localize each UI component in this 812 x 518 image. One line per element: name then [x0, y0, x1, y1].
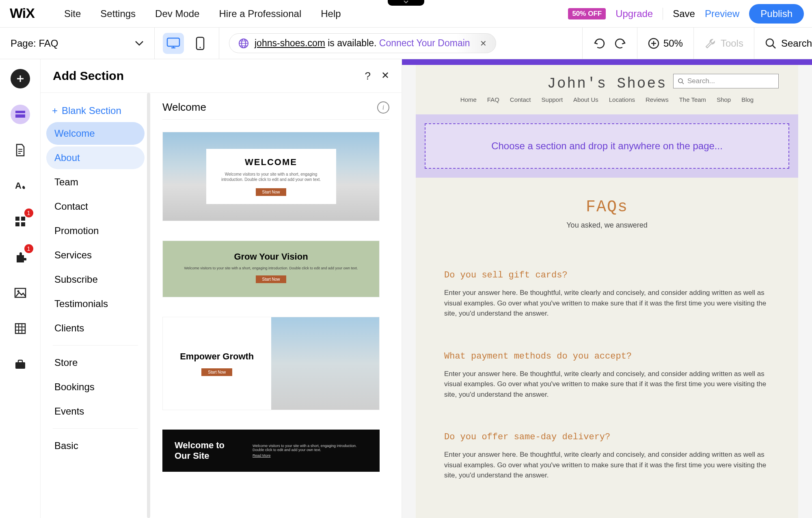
category-contact[interactable]: Contact	[46, 195, 145, 218]
templates-list[interactable]: Welcome i WELCOME Welcome visitors to yo…	[150, 93, 402, 518]
business-button[interactable]	[11, 355, 30, 374]
svg-rect-18	[15, 362, 25, 369]
badge-count: 1	[24, 208, 33, 217]
separator	[53, 428, 138, 429]
nav-item[interactable]: Locations	[609, 96, 635, 103]
category-bookings[interactable]: Bookings	[46, 376, 145, 398]
search-placeholder: Search...	[687, 77, 715, 85]
template-button: Start Now	[256, 275, 287, 283]
add-section-panel: Add Section ? ✕ + Blank Section Welcome …	[41, 59, 402, 518]
badge-count: 1	[24, 244, 33, 253]
save-button[interactable]: Save	[673, 8, 695, 19]
nav-item[interactable]: FAQ	[487, 96, 499, 103]
menu-site[interactable]: Site	[64, 8, 81, 19]
template-card-3[interactable]: Empower Growth Start Now	[162, 317, 380, 410]
nav-item[interactable]: Reviews	[646, 96, 669, 103]
help-icon[interactable]: ?	[365, 70, 371, 82]
template-title: Welcome to Our Site	[175, 440, 232, 462]
category-team[interactable]: Team	[46, 171, 145, 193]
canvas-selection-bar	[402, 59, 812, 65]
template-card-2[interactable]: Grow Your Vision Welcome visitors to you…	[162, 241, 380, 297]
nav-item[interactable]: Shop	[717, 96, 731, 103]
info-icon[interactable]: i	[377, 101, 389, 114]
tools-button[interactable]: Tools	[694, 38, 754, 49]
category-basic[interactable]: Basic	[46, 434, 145, 457]
design-button[interactable]: A	[11, 176, 30, 196]
close-icon[interactable]: ✕	[480, 39, 487, 48]
panel-header: Add Section ? ✕	[41, 59, 402, 93]
wix-logo[interactable]: WiX	[10, 7, 45, 21]
main-area: A 1 1 Add Section ? ✕	[0, 59, 812, 518]
category-store[interactable]: Store	[46, 351, 145, 374]
domain-pill[interactable]: johns-shoes.com is available. Connect Yo…	[229, 33, 496, 53]
category-list[interactable]: + Blank Section Welcome About Team Conta…	[41, 93, 150, 518]
template-card-1[interactable]: WELCOME Welcome visitors to your site wi…	[162, 132, 380, 221]
media-button[interactable]	[11, 283, 30, 303]
read-more-link: Read More	[253, 454, 367, 458]
domain-text: johns-shoes.com is available. Connect Yo…	[255, 38, 470, 49]
device-switcher	[155, 33, 219, 54]
addons-button[interactable]: 1	[11, 247, 30, 267]
preview-button[interactable]: Preview	[705, 8, 739, 19]
nav-item[interactable]: The Team	[679, 96, 706, 103]
close-icon[interactable]: ✕	[381, 70, 389, 82]
content-manager-button[interactable]	[11, 319, 30, 338]
menu-help[interactable]: Help	[321, 8, 341, 19]
category-welcome[interactable]: Welcome	[46, 122, 145, 145]
category-events[interactable]: Events	[46, 400, 145, 423]
plus-icon: +	[52, 105, 58, 116]
mobile-view-button[interactable]	[190, 33, 211, 54]
app-market-button[interactable]: 1	[11, 212, 30, 231]
drop-zone[interactable]: Choose a section and drop it anywhere on…	[425, 123, 789, 169]
editor-canvas[interactable]: John's Shoes Search... Home FAQ Contact …	[402, 59, 812, 518]
pages-button[interactable]	[11, 140, 30, 160]
category-clients[interactable]: Clients	[46, 317, 145, 340]
template-sub: Welcome visitors to your site with a sho…	[253, 444, 356, 452]
template-title: WELCOME	[214, 157, 328, 168]
grid-icon	[15, 323, 26, 334]
top-right-actions: 50% OFF Upgrade Save Preview Publish	[568, 4, 804, 24]
faq-question: Do you sell gift cards?	[444, 270, 770, 280]
redo-icon[interactable]	[614, 37, 626, 49]
desktop-view-button[interactable]	[163, 33, 184, 54]
search-button[interactable]: Search	[754, 38, 812, 49]
connect-domain-link[interactable]: Connect Your Domain	[379, 38, 470, 48]
template-card-4[interactable]: Welcome to Our Site Welcome visitors to …	[162, 430, 380, 472]
svg-rect-9	[15, 114, 25, 118]
category-about[interactable]: About	[46, 146, 145, 169]
sections-button[interactable]	[11, 105, 30, 124]
domain-bar: johns-shoes.com is available. Connect Yo…	[219, 33, 582, 53]
nav-item[interactable]: Blog	[741, 96, 754, 103]
nav-item[interactable]: Contact	[510, 96, 531, 103]
add-element-button[interactable]	[11, 69, 30, 88]
separator	[53, 345, 138, 346]
menu-settings[interactable]: Settings	[100, 8, 136, 19]
nav-item[interactable]: About Us	[573, 96, 598, 103]
template-image	[271, 317, 380, 410]
svg-point-19	[678, 79, 682, 83]
menu-devmode[interactable]: Dev Mode	[155, 8, 199, 19]
category-promotion[interactable]: Promotion	[46, 219, 145, 242]
category-services[interactable]: Services	[46, 244, 145, 267]
undo-redo	[583, 37, 637, 49]
blank-section-button[interactable]: + Blank Section	[46, 101, 145, 120]
template-button: Start Now	[201, 368, 232, 376]
briefcase-icon	[14, 359, 26, 370]
panel-title: Add Section	[53, 69, 124, 83]
upgrade-link[interactable]: Upgrade	[615, 8, 653, 19]
template-sub: Welcome visitors to your site with a sho…	[214, 172, 328, 182]
menu-hire[interactable]: Hire a Professional	[219, 8, 301, 19]
undo-icon[interactable]	[593, 37, 605, 49]
category-subscribe[interactable]: Subscribe	[46, 268, 145, 291]
nav-item[interactable]: Support	[542, 96, 563, 103]
publish-button[interactable]: Publish	[749, 4, 804, 24]
nav-item[interactable]: Home	[460, 96, 477, 103]
addons-icon	[14, 251, 26, 263]
faq-section[interactable]: FAQs You asked, we answered Do you sell …	[416, 178, 798, 518]
zoom-control[interactable]: 50%	[637, 38, 693, 49]
category-testimonials[interactable]: Testimonials	[46, 292, 145, 315]
page-selector[interactable]: Page: FAQ	[0, 38, 154, 49]
svg-rect-14	[21, 222, 25, 226]
site-search-input[interactable]: Search...	[673, 74, 779, 88]
mobile-icon	[196, 37, 205, 50]
